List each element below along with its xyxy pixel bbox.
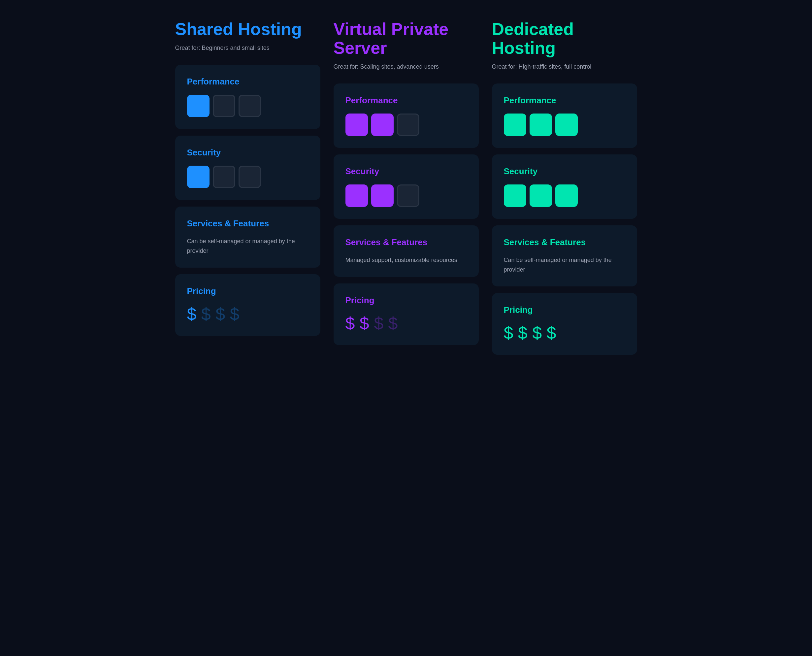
dedicated-performance-label: Performance [504,95,625,105]
shared-security-rating [187,166,308,188]
ded-perf-block-2 [530,113,552,136]
dedicated-pricing-value: $ $ $ $ [504,323,625,343]
shared-services-card: Services & Features Can be self-managed … [175,207,320,268]
shared-performance-label: Performance [187,77,308,87]
column-dedicated: Dedicated Hosting Great for: High-traffi… [492,20,637,361]
shared-header: Shared Hosting Great for: Beginners and … [175,20,320,51]
shared-security-card: Security [175,136,320,200]
dedicated-services-card: Services & Features Can be self-managed … [492,225,637,286]
column-shared: Shared Hosting Great for: Beginners and … [175,20,320,361]
dedicated-header: Dedicated Hosting Great for: High-traffi… [492,20,637,70]
vps-perf-block-3 [397,113,419,136]
shared-subtitle-value: Beginners and small sites [202,45,269,51]
ded-sec-block-1 [504,184,526,207]
vps-subtitle-label: Great for: [334,63,359,70]
shared-perf-block-1 [187,95,209,117]
vps-performance-rating [345,113,467,136]
vps-pricing-value: $ $ $ $ [345,314,467,333]
dedicated-security-card: Security [492,155,637,219]
vps-pricing-label: Pricing [345,296,467,306]
shared-perf-block-2 [213,95,235,117]
vps-price-2: $ $ [369,314,398,333]
shared-sec-block-1 [187,166,209,188]
vps-sec-block-3 [397,184,419,207]
vps-services-label: Services & Features [345,237,467,248]
shared-services-text: Can be self-managed or managed by the pr… [187,237,308,256]
vps-services-card: Services & Features Managed support, cus… [334,225,479,277]
columns-grid: Shared Hosting Great for: Beginners and … [175,20,637,361]
ded-price-all: $ $ $ $ [504,323,556,342]
ded-perf-block-1 [504,113,526,136]
shared-pricing-card: Pricing $ $ $ $ [175,274,320,336]
vps-title: Virtual Private Server [334,20,479,57]
shared-subtitle: Great for: Beginners and small sites [175,45,320,51]
shared-pricing-value: $ $ $ $ [187,304,308,324]
shared-perf-block-3 [238,95,261,117]
dedicated-pricing-label: Pricing [504,305,625,315]
vps-performance-card: Performance [334,84,479,148]
vps-perf-block-1 [345,113,368,136]
dedicated-subtitle-value: High-traffic sites, full control [519,63,592,70]
vps-header: Virtual Private Server Great for: Scalin… [334,20,479,70]
vps-sec-block-1 [345,184,368,207]
vps-pricing-card: Pricing $ $ $ $ [334,283,479,345]
dedicated-title: Dedicated Hosting [492,20,637,57]
shared-sec-block-3 [238,166,261,188]
shared-services-label: Services & Features [187,218,308,229]
ded-sec-block-2 [530,184,552,207]
ded-perf-block-3 [555,113,578,136]
vps-price-1: $ $ [345,314,369,333]
dedicated-security-label: Security [504,166,625,176]
dedicated-services-text: Can be self-managed or managed by the pr… [504,255,625,275]
shared-price-2: $ $ $ [196,305,239,324]
shared-price-1: $ [187,305,196,324]
dedicated-pricing-card: Pricing $ $ $ $ [492,293,637,355]
dedicated-subtitle-label: Great for: [492,63,517,70]
shared-title: Shared Hosting [175,20,320,39]
vps-perf-block-2 [371,113,394,136]
vps-security-label: Security [345,166,467,176]
vps-security-card: Security [334,155,479,219]
shared-sec-block-2 [213,166,235,188]
dedicated-services-label: Services & Features [504,237,625,248]
vps-performance-label: Performance [345,95,467,105]
column-vps: Virtual Private Server Great for: Scalin… [334,20,479,361]
vps-subtitle-value: Scaling sites, advanced users [360,63,439,70]
page-container: Shared Hosting Great for: Beginners and … [175,20,637,361]
vps-subtitle: Great for: Scaling sites, advanced users [334,63,479,70]
dedicated-subtitle: Great for: High-traffic sites, full cont… [492,63,637,70]
vps-security-rating [345,184,467,207]
shared-pricing-label: Pricing [187,286,308,296]
shared-subtitle-label: Great for: [175,45,200,51]
dedicated-security-rating [504,184,625,207]
shared-performance-rating [187,95,308,117]
shared-performance-card: Performance [175,65,320,129]
ded-sec-block-3 [555,184,578,207]
vps-sec-block-2 [371,184,394,207]
shared-security-label: Security [187,147,308,158]
vps-services-text: Managed support, customizable resources [345,255,467,265]
dedicated-performance-rating [504,113,625,136]
dedicated-performance-card: Performance [492,84,637,148]
